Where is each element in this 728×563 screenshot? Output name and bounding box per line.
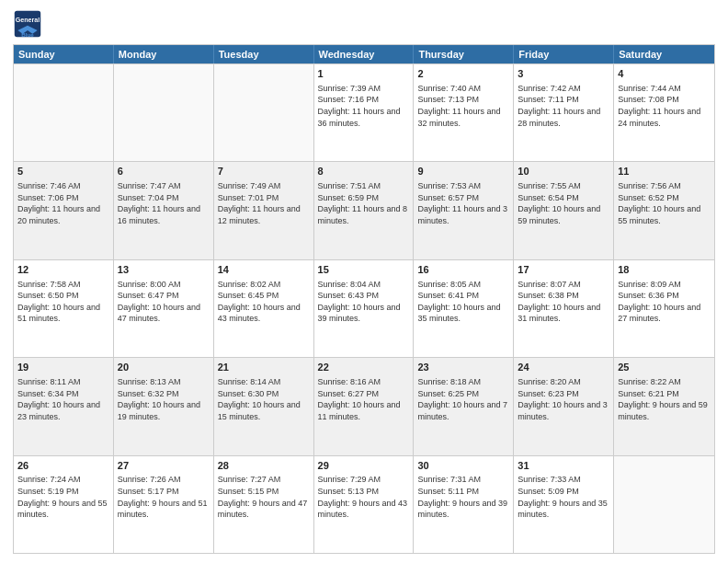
cell-info: Sunrise: 7:47 AM Sunset: 7:04 PM Dayligh…	[118, 180, 210, 226]
day-number: 29	[318, 459, 410, 473]
calendar-page: General Blue SundayMondayTuesdayWednesda…	[0, 0, 728, 563]
cell-info: Sunrise: 7:31 AM Sunset: 5:11 PM Dayligh…	[417, 474, 509, 520]
cell-info: Sunrise: 8:09 AM Sunset: 6:36 PM Dayligh…	[618, 279, 711, 325]
day-number: 1	[318, 67, 410, 81]
cell-info: Sunrise: 8:11 AM Sunset: 6:34 PM Dayligh…	[17, 376, 109, 422]
day-number: 21	[218, 361, 310, 374]
logo-icon: General Blue	[13, 9, 42, 39]
calendar-cell-11: 11Sunrise: 7:56 AM Sunset: 6:52 PM Dayli…	[614, 162, 714, 259]
day-number: 17	[518, 263, 609, 277]
cell-info: Sunrise: 7:24 AM Sunset: 5:19 PM Dayligh…	[17, 474, 109, 520]
calendar-cell-15: 15Sunrise: 8:04 AM Sunset: 6:43 PM Dayli…	[314, 260, 415, 357]
cell-info: Sunrise: 8:05 AM Sunset: 6:41 PM Dayligh…	[417, 279, 509, 325]
calendar-cell-19: 19Sunrise: 8:11 AM Sunset: 6:34 PM Dayli…	[14, 358, 114, 454]
cell-info: Sunrise: 8:16 AM Sunset: 6:27 PM Dayligh…	[318, 376, 410, 422]
cell-info: Sunrise: 8:20 AM Sunset: 6:23 PM Dayligh…	[518, 376, 609, 422]
calendar-row-0: 1Sunrise: 7:39 AM Sunset: 7:16 PM Daylig…	[14, 63, 714, 161]
cell-info: Sunrise: 8:22 AM Sunset: 6:21 PM Dayligh…	[618, 376, 711, 422]
day-number: 16	[417, 263, 509, 277]
calendar: SundayMondayTuesdayWednesdayThursdayFrid…	[13, 44, 715, 554]
cell-info: Sunrise: 7:29 AM Sunset: 5:13 PM Dayligh…	[318, 474, 410, 520]
calendar-cell-16: 16Sunrise: 8:05 AM Sunset: 6:41 PM Dayli…	[414, 260, 514, 357]
cell-info: Sunrise: 7:53 AM Sunset: 6:57 PM Dayligh…	[417, 180, 509, 226]
day-number: 23	[417, 361, 509, 374]
day-number: 2	[417, 67, 509, 81]
calendar-cell-17: 17Sunrise: 8:07 AM Sunset: 6:38 PM Dayli…	[514, 260, 614, 357]
cell-info: Sunrise: 7:33 AM Sunset: 5:09 PM Dayligh…	[518, 474, 609, 520]
calendar-header: SundayMondayTuesdayWednesdayThursdayFrid…	[14, 45, 714, 63]
calendar-cell-31: 31Sunrise: 7:33 AM Sunset: 5:09 PM Dayli…	[514, 456, 614, 553]
day-number: 9	[417, 165, 509, 178]
cell-info: Sunrise: 7:51 AM Sunset: 6:59 PM Dayligh…	[318, 180, 410, 226]
day-number: 30	[417, 459, 509, 473]
day-number: 7	[218, 165, 310, 178]
cell-info: Sunrise: 7:55 AM Sunset: 6:54 PM Dayligh…	[518, 180, 609, 226]
day-number: 4	[618, 67, 711, 81]
cell-info: Sunrise: 7:42 AM Sunset: 7:11 PM Dayligh…	[518, 83, 609, 129]
calendar-row-4: 26Sunrise: 7:24 AM Sunset: 5:19 PM Dayli…	[14, 455, 714, 553]
calendar-cell-22: 22Sunrise: 8:16 AM Sunset: 6:27 PM Dayli…	[314, 358, 415, 454]
day-number: 5	[17, 165, 109, 178]
calendar-cell-12: 12Sunrise: 7:58 AM Sunset: 6:50 PM Dayli…	[14, 260, 114, 357]
cell-info: Sunrise: 7:44 AM Sunset: 7:08 PM Dayligh…	[618, 83, 711, 129]
header-cell-thursday: Thursday	[414, 45, 514, 63]
day-number: 14	[218, 263, 310, 277]
calendar-cell-29: 29Sunrise: 7:29 AM Sunset: 5:13 PM Dayli…	[314, 456, 415, 553]
calendar-cell-13: 13Sunrise: 8:00 AM Sunset: 6:47 PM Dayli…	[114, 260, 214, 357]
calendar-row-2: 12Sunrise: 7:58 AM Sunset: 6:50 PM Dayli…	[14, 259, 714, 357]
cell-info: Sunrise: 7:49 AM Sunset: 7:01 PM Dayligh…	[218, 180, 310, 226]
calendar-cell-5: 5Sunrise: 7:46 AM Sunset: 7:06 PM Daylig…	[14, 162, 114, 259]
calendar-cell-empty-0-2	[214, 64, 314, 161]
cell-info: Sunrise: 7:27 AM Sunset: 5:15 PM Dayligh…	[218, 474, 310, 520]
calendar-cell-27: 27Sunrise: 7:26 AM Sunset: 5:17 PM Dayli…	[114, 456, 214, 553]
calendar-cell-21: 21Sunrise: 8:14 AM Sunset: 6:30 PM Dayli…	[214, 358, 314, 454]
calendar-cell-6: 6Sunrise: 7:47 AM Sunset: 7:04 PM Daylig…	[114, 162, 214, 259]
cell-info: Sunrise: 7:56 AM Sunset: 6:52 PM Dayligh…	[618, 180, 711, 226]
cell-info: Sunrise: 7:39 AM Sunset: 7:16 PM Dayligh…	[318, 83, 410, 129]
calendar-cell-empty-4-6	[614, 456, 714, 553]
day-number: 24	[518, 361, 609, 374]
day-number: 18	[618, 263, 711, 277]
day-number: 28	[218, 459, 310, 473]
cell-info: Sunrise: 8:07 AM Sunset: 6:38 PM Dayligh…	[518, 279, 609, 325]
calendar-cell-24: 24Sunrise: 8:20 AM Sunset: 6:23 PM Dayli…	[514, 358, 614, 454]
calendar-cell-7: 7Sunrise: 7:49 AM Sunset: 7:01 PM Daylig…	[214, 162, 314, 259]
header-cell-monday: Monday	[114, 45, 214, 63]
header-cell-sunday: Sunday	[14, 45, 114, 63]
calendar-row-3: 19Sunrise: 8:11 AM Sunset: 6:34 PM Dayli…	[14, 357, 714, 454]
svg-text:General: General	[16, 17, 40, 24]
calendar-cell-10: 10Sunrise: 7:55 AM Sunset: 6:54 PM Dayli…	[514, 162, 614, 259]
calendar-cell-9: 9Sunrise: 7:53 AM Sunset: 6:57 PM Daylig…	[414, 162, 514, 259]
cell-info: Sunrise: 8:14 AM Sunset: 6:30 PM Dayligh…	[218, 376, 310, 422]
cell-info: Sunrise: 7:40 AM Sunset: 7:13 PM Dayligh…	[417, 83, 509, 129]
calendar-cell-4: 4Sunrise: 7:44 AM Sunset: 7:08 PM Daylig…	[614, 64, 714, 161]
header-cell-friday: Friday	[514, 45, 614, 63]
header-cell-wednesday: Wednesday	[314, 45, 415, 63]
day-number: 8	[318, 165, 410, 178]
cell-info: Sunrise: 8:02 AM Sunset: 6:45 PM Dayligh…	[218, 279, 310, 325]
day-number: 19	[17, 361, 109, 374]
cell-info: Sunrise: 7:26 AM Sunset: 5:17 PM Dayligh…	[118, 474, 210, 520]
day-number: 6	[118, 165, 210, 178]
calendar-cell-23: 23Sunrise: 8:18 AM Sunset: 6:25 PM Dayli…	[414, 358, 514, 454]
day-number: 31	[518, 459, 609, 473]
header-cell-saturday: Saturday	[614, 45, 714, 63]
calendar-cell-14: 14Sunrise: 8:02 AM Sunset: 6:45 PM Dayli…	[214, 260, 314, 357]
calendar-cell-30: 30Sunrise: 7:31 AM Sunset: 5:11 PM Dayli…	[414, 456, 514, 553]
day-number: 26	[17, 459, 109, 473]
day-number: 22	[318, 361, 410, 374]
calendar-cell-20: 20Sunrise: 8:13 AM Sunset: 6:32 PM Dayli…	[114, 358, 214, 454]
day-number: 25	[618, 361, 711, 374]
logo: General Blue	[13, 9, 44, 39]
calendar-cell-3: 3Sunrise: 7:42 AM Sunset: 7:11 PM Daylig…	[514, 64, 614, 161]
day-number: 11	[618, 165, 711, 178]
day-number: 20	[118, 361, 210, 374]
header: General Blue	[13, 9, 715, 39]
cell-info: Sunrise: 8:00 AM Sunset: 6:47 PM Dayligh…	[118, 279, 210, 325]
day-number: 13	[118, 263, 210, 277]
calendar-row-1: 5Sunrise: 7:46 AM Sunset: 7:06 PM Daylig…	[14, 161, 714, 259]
cell-info: Sunrise: 7:46 AM Sunset: 7:06 PM Dayligh…	[17, 180, 109, 226]
day-number: 15	[318, 263, 410, 277]
calendar-cell-1: 1Sunrise: 7:39 AM Sunset: 7:16 PM Daylig…	[314, 64, 415, 161]
cell-info: Sunrise: 8:04 AM Sunset: 6:43 PM Dayligh…	[318, 279, 410, 325]
